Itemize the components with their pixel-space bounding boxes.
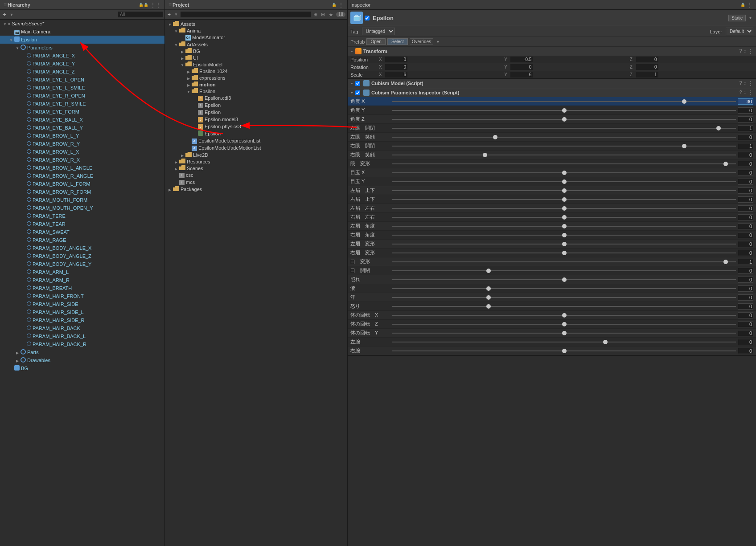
param-value-input-7[interactable] — [738, 161, 753, 167]
hierarchy-item-drawables[interactable]: ▶ Drawables — [0, 356, 164, 364]
param-slider-1[interactable] — [392, 107, 736, 114]
project-item-epsilon_model3[interactable]: J Epsilon.model3 — [165, 116, 347, 123]
hierarchy-item-param_tear[interactable]: PARAM_TEAR — [0, 220, 164, 228]
cubism-params-menu-icon[interactable]: ⋮ — [748, 90, 753, 96]
hierarchy-item-param_hair_side[interactable]: PARAM_HAIR_SIDE — [0, 300, 164, 308]
project-item-epsilon_folder[interactable]: ▼ Epsilon — [165, 88, 347, 94]
hierarchy-item-parameters[interactable]: ▼ Parameters — [0, 44, 164, 52]
param-value-input-11[interactable] — [738, 196, 753, 203]
hierarchy-lock-button[interactable]: 🔒 — [138, 3, 149, 7]
hierarchy-item-param_sweat[interactable]: PARAM_SWEAT — [0, 228, 164, 236]
param-value-input-14[interactable] — [738, 223, 753, 229]
rotation-z-input[interactable] — [636, 64, 658, 70]
param-slider-12[interactable] — [392, 205, 736, 212]
param-value-input-20[interactable] — [738, 277, 753, 283]
transform-header[interactable]: Transform ? ↕ ⋮ — [348, 47, 756, 56]
hierarchy-item-param_eye_ball_x[interactable]: PARAM_EYE_BALL_X — [0, 116, 164, 124]
project-item-motion[interactable]: ▶ motion — [165, 81, 347, 88]
hierarchy-item-param_arm_l[interactable]: PARAM_ARM_L — [0, 268, 164, 276]
hierarchy-item-param_hair_back_l[interactable]: PARAM_HAIR_BACK_L — [0, 332, 164, 340]
hierarchy-item-samplescene[interactable]: ▼ ≡ SampleScene* — [0, 20, 164, 28]
param-slider-24[interactable] — [392, 312, 736, 318]
hierarchy-item-param_brow_l_angle[interactable]: PARAM_BROW_L_ANGLE — [0, 164, 164, 172]
param-value-input-1[interactable] — [738, 107, 753, 114]
param-value-input-19[interactable] — [738, 268, 753, 274]
hierarchy-item-param_breath[interactable]: PARAM_BREATH — [0, 284, 164, 292]
param-value-input-5[interactable] — [738, 143, 753, 149]
cubism-params-help-icon[interactable]: ? — [739, 90, 742, 96]
hierarchy-item-param_body_angle_y[interactable]: PARAM_BODY_ANGLE_Y — [0, 260, 164, 268]
hierarchy-item-param_brow_r_x[interactable]: PARAM_BROW_R_X — [0, 156, 164, 164]
project-item-expressions[interactable]: ▶ expressions — [165, 74, 347, 81]
cubism-params-header[interactable]: Cubism Parameters Inspector (Script) ? ↕… — [348, 88, 756, 97]
param-value-input-25[interactable] — [738, 321, 753, 327]
hierarchy-item-param_angle_y[interactable]: PARAM_ANGLE_Y — [0, 60, 164, 68]
param-value-input-2[interactable] — [738, 116, 753, 122]
project-item-anima[interactable]: ▼ Anima — [165, 27, 347, 34]
project-search-input[interactable] — [181, 12, 311, 17]
param-value-input-3[interactable] — [738, 125, 753, 131]
project-item-packages[interactable]: ▶ Packages — [165, 186, 347, 192]
cubism-params-arrow-icon[interactable]: ↕ — [744, 90, 747, 96]
transform-menu-icon[interactable]: ⋮ — [748, 48, 753, 54]
hierarchy-options-button[interactable]: ⋮ — [149, 2, 162, 8]
param-value-input-18[interactable] — [738, 259, 753, 265]
param-slider-26[interactable] — [392, 330, 736, 336]
project-view1-button[interactable]: ⊞ — [312, 12, 318, 17]
hierarchy-item-param_hair_side_r[interactable]: PARAM_HAIR_SIDE_R — [0, 316, 164, 324]
hierarchy-item-param_eye_form[interactable]: PARAM_EYE_FORM — [0, 108, 164, 116]
hierarchy-item-param_mouth_open_y[interactable]: PARAM_MOUTH_OPEN_Y — [0, 204, 164, 212]
param-slider-28[interactable] — [392, 348, 736, 354]
hierarchy-item-param_eye_l_smile[interactable]: PARAM_EYE_L_SMILE — [0, 84, 164, 92]
project-lock-button[interactable]: 🔒 — [331, 3, 337, 7]
project-add-button[interactable]: + — [167, 12, 172, 18]
param-slider-7[interactable] — [392, 161, 736, 167]
hierarchy-item-param_brow_l_y[interactable]: PARAM_BROW_L_Y — [0, 132, 164, 140]
hierarchy-menu-button[interactable] — [3, 2, 8, 8]
param-slider-18[interactable] — [392, 259, 736, 265]
cubism-model-menu-icon[interactable]: ⋮ — [748, 80, 753, 86]
hierarchy-item-param_arm_r[interactable]: PARAM_ARM_R — [0, 276, 164, 284]
hierarchy-item-param_hair_front[interactable]: PARAM_HAIR_FRONT — [0, 292, 164, 300]
project-item-resources[interactable]: ▶ Resources — [165, 158, 347, 165]
hierarchy-item-param_brow_l_form[interactable]: PARAM_BROW_L_FORM — [0, 180, 164, 188]
param-value-input-12[interactable] — [738, 205, 753, 212]
inspector-lock-button[interactable]: 🔒 — [740, 3, 746, 7]
param-slider-2[interactable] — [392, 116, 736, 122]
hierarchy-item-param_body_angle_z[interactable]: PARAM_BODY_ANGLE_Z — [0, 252, 164, 260]
project-item-assets[interactable]: ▼ Assets — [165, 20, 347, 27]
hierarchy-item-param_rage[interactable]: PARAM_RAGE — [0, 236, 164, 244]
hierarchy-item-param_brow_r_form[interactable]: PARAM_BROW_R_FORM — [0, 188, 164, 196]
param-slider-13[interactable] — [392, 214, 736, 220]
project-star-button[interactable]: ★ — [328, 12, 334, 18]
inspector-options-button[interactable]: ⋮ — [746, 2, 753, 8]
param-slider-3[interactable] — [392, 125, 736, 131]
cubism-model-active-checkbox[interactable] — [355, 81, 360, 86]
scale-x-input[interactable] — [385, 72, 407, 77]
hierarchy-item-param_eye_ball_y[interactable]: PARAM_EYE_BALL_Y — [0, 124, 164, 132]
project-item-epsilon_cdi3[interactable]: J Epsilon.cdi3 — [165, 94, 347, 102]
transform-arrow-icon[interactable]: ↕ — [744, 48, 747, 54]
project-item-epsilonmodel_fademotionlist[interactable]: A EpsilonModel.fadeMotionList — [165, 144, 347, 151]
project-item-epsilon_file1[interactable]: f Epsilon — [165, 102, 347, 109]
position-z-input[interactable] — [636, 57, 658, 62]
param-slider-4[interactable] — [392, 134, 736, 140]
param-slider-0[interactable] — [392, 98, 736, 105]
hierarchy-item-maincamera[interactable]: 📷 Main Camera — [0, 28, 164, 36]
project-item-epsilon_file3[interactable]: Epsilon — [165, 130, 347, 137]
param-value-input-4[interactable] — [738, 134, 753, 140]
project-item-modelanimator[interactable]: C# ModelAnimator — [165, 34, 347, 41]
param-slider-25[interactable] — [392, 321, 736, 327]
project-options-button[interactable]: ⋮ — [337, 2, 345, 8]
cubism-model-arrow-icon[interactable]: ↕ — [744, 80, 747, 86]
param-slider-9[interactable] — [392, 179, 736, 185]
hierarchy-item-param_hair_back_r[interactable]: PARAM_HAIR_BACK_R — [0, 340, 164, 348]
position-x-input[interactable] — [385, 57, 407, 62]
param-slider-15[interactable] — [392, 232, 736, 238]
rotation-x-input[interactable] — [385, 64, 407, 70]
hierarchy-item-param_angle_z[interactable]: PARAM_ANGLE_Z — [0, 68, 164, 76]
hierarchy-item-param_hair_back[interactable]: PARAM_HAIR_BACK — [0, 324, 164, 332]
hierarchy-item-param_angle_x[interactable]: PARAM_ANGLE_X — [0, 52, 164, 60]
hierarchy-item-param_brow_r_angle[interactable]: PARAM_BROW_R_ANGLE — [0, 172, 164, 180]
project-item-epsilon_physics3[interactable]: J Epsilon.physics3 — [165, 123, 347, 130]
